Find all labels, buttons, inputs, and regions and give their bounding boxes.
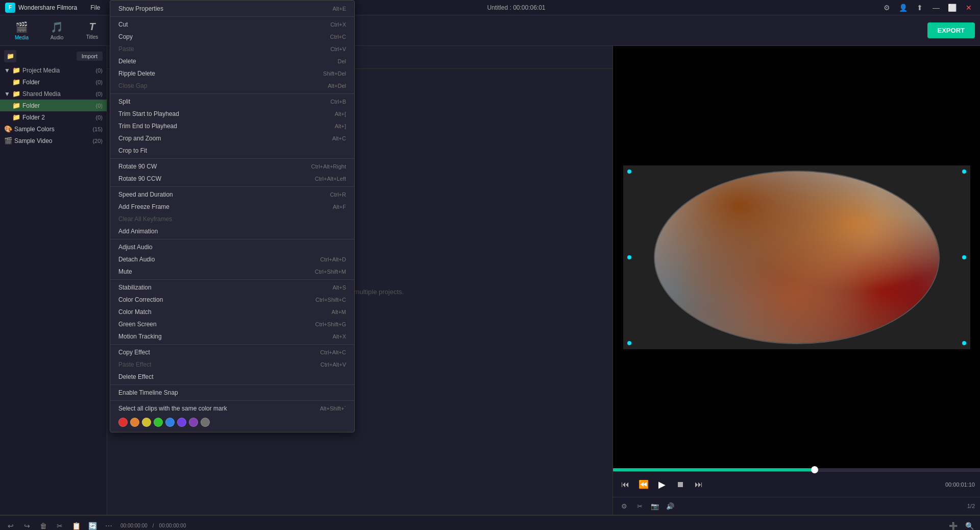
- handle-tl[interactable]: [627, 170, 631, 174]
- menu-file[interactable]: File: [85, 3, 105, 12]
- cut-button[interactable]: ✂: [53, 519, 66, 531]
- folder-item[interactable]: 📁 Folder (0): [0, 76, 107, 88]
- folder2-item[interactable]: 📁 Folder 2 (0): [0, 111, 107, 123]
- ctx-add-animation[interactable]: Add Animation: [110, 225, 354, 237]
- handle-mr[interactable]: [962, 255, 966, 259]
- ctx-copy-effect[interactable]: Copy Effect Ctrl+Alt+C: [110, 346, 354, 358]
- ctx-adjust-audio[interactable]: Adjust Audio: [110, 241, 354, 253]
- volume-icon[interactable]: 🔊: [664, 500, 676, 512]
- ctx-rotate-cw-label: Rotate 90 CW: [118, 163, 157, 170]
- copy-button[interactable]: 📋: [69, 519, 83, 531]
- ctx-crop-fit[interactable]: Crop to Fit: [110, 144, 354, 157]
- skip-forward-button[interactable]: ⏭: [692, 477, 706, 492]
- delete-button[interactable]: 🗑: [37, 519, 50, 531]
- color-mark-gray[interactable]: [201, 418, 210, 427]
- export-button[interactable]: EXPORT: [927, 22, 975, 38]
- settings-icon[interactable]: ⚙: [618, 500, 630, 512]
- tab-audio[interactable]: 🎵 Audio: [40, 17, 74, 44]
- ctx-delete[interactable]: Delete Del: [110, 55, 354, 67]
- add-track-button[interactable]: ➕: [946, 519, 960, 531]
- shared-media-section[interactable]: ▼ 📁 Shared Media (0): [0, 88, 107, 100]
- loop-button[interactable]: 🔄: [86, 519, 99, 531]
- color-marks-row: [110, 415, 354, 430]
- ctx-cut[interactable]: Cut Ctrl+X: [110, 18, 354, 31]
- media-icon: 🎬: [15, 21, 28, 33]
- color-mark-blue[interactable]: [165, 418, 175, 427]
- export-icon[interactable]: ⬆: [914, 2, 926, 14]
- ctx-detach-audio[interactable]: Detach Audio Ctrl+Alt+D: [110, 253, 354, 266]
- ctx-stabilization-shortcut: Alt+S: [332, 284, 346, 291]
- handle-br[interactable]: [962, 341, 966, 345]
- ctx-stabilization[interactable]: Stabilization Alt+S: [110, 281, 354, 294]
- more-button[interactable]: ⋯: [102, 519, 115, 531]
- account-icon[interactable]: 👤: [897, 2, 910, 14]
- ctx-paste-shortcut: Ctrl+V: [330, 46, 346, 52]
- color-mark-orange[interactable]: [130, 418, 139, 427]
- project-media-section[interactable]: ▼ 📁 Project Media (0): [0, 64, 107, 76]
- close-btn[interactable]: ✕: [963, 2, 975, 14]
- shared-folder-item[interactable]: 📁 Folder (0): [0, 100, 107, 111]
- play-button[interactable]: ▶: [655, 477, 669, 492]
- new-folder-btn[interactable]: 📁: [4, 50, 16, 62]
- undo-button[interactable]: ↩: [4, 519, 17, 531]
- crop-icon[interactable]: ✂: [633, 500, 646, 512]
- step-back-button[interactable]: ⏪: [636, 477, 651, 492]
- color-mark-purple[interactable]: [177, 418, 186, 427]
- ctx-show-properties[interactable]: Show Properties Alt+E: [110, 3, 354, 15]
- ctx-rotate-cw[interactable]: Rotate 90 CW Ctrl+Alt+Right: [110, 160, 354, 173]
- ctx-speed-duration[interactable]: Speed and Duration Ctrl+R: [110, 188, 354, 201]
- handle-bl[interactable]: [627, 341, 631, 345]
- ctx-freeze-frame-label: Add Freeze Frame: [118, 203, 169, 210]
- ctx-trim-start[interactable]: Trim Start to Playhead Alt+[: [110, 108, 354, 120]
- ctx-freeze-frame[interactable]: Add Freeze Frame Alt+F: [110, 201, 354, 213]
- ctx-close-gap[interactable]: Close Gap Alt+Del: [110, 80, 354, 92]
- ctx-select-same-color[interactable]: Select all clips with the same color mar…: [110, 402, 354, 415]
- ctx-rotate-ccw-shortcut: Ctrl+Alt+Left: [315, 176, 346, 182]
- ctx-paste[interactable]: Paste Ctrl+V: [110, 43, 354, 55]
- ctx-color-match[interactable]: Color Match Alt+M: [110, 306, 354, 318]
- color-mark-red[interactable]: [118, 418, 128, 427]
- color-mark-green[interactable]: [154, 418, 163, 427]
- ctx-delete-effect[interactable]: Delete Effect: [110, 371, 354, 383]
- import-button[interactable]: Import: [77, 52, 103, 61]
- sample-colors-label: Sample Colors: [14, 126, 90, 133]
- ctx-rotate-ccw[interactable]: Rotate 90 CCW Ctrl+Alt+Left: [110, 173, 354, 185]
- ctx-clear-keyframes[interactable]: Clear All Keyframes: [110, 213, 354, 225]
- handle-ml[interactable]: [627, 255, 631, 259]
- tab-audio-label: Audio: [51, 35, 64, 40]
- minimize-btn[interactable]: —: [930, 2, 942, 14]
- redo-button[interactable]: ↪: [20, 519, 34, 531]
- settings-icon[interactable]: ⚙: [881, 2, 893, 14]
- ctx-ripple-delete[interactable]: Ripple Delete Shift+Del: [110, 67, 354, 80]
- ctx-enable-timeline-snap[interactable]: Enable Timeline Snap: [110, 387, 354, 399]
- tab-titles[interactable]: T Titles: [76, 17, 109, 44]
- maximize-btn[interactable]: ⬜: [946, 2, 959, 14]
- sample-colors-item[interactable]: 🎨 Sample Colors (15): [0, 123, 107, 135]
- skip-back-button[interactable]: ⏮: [618, 477, 632, 492]
- ctx-color-correction[interactable]: Color Correction Ctrl+Shift+C: [110, 294, 354, 306]
- preview-timeline-bar[interactable]: [613, 468, 980, 471]
- chevron-down-icon: ▼: [4, 67, 10, 74]
- zoom-out-button[interactable]: 🔍: [963, 519, 976, 531]
- timeline-progress: [613, 468, 815, 471]
- handle-tr[interactable]: [962, 170, 966, 174]
- color-mark-dark-purple[interactable]: [189, 418, 198, 427]
- window-title: Untitled : 00:00:06:01: [487, 4, 545, 11]
- sample-video-item[interactable]: 🎬 Sample Video (20): [0, 135, 107, 147]
- stop-button[interactable]: ⏹: [673, 477, 688, 492]
- ctx-green-screen[interactable]: Green Screen Ctrl+Shift+G: [110, 318, 354, 330]
- ctx-motion-tracking[interactable]: Motion Tracking Alt+X: [110, 330, 354, 343]
- folder-icon: 📁: [12, 113, 20, 121]
- ctx-split[interactable]: Split Ctrl+B: [110, 95, 354, 108]
- ctx-trim-end[interactable]: Trim End to Playhead Alt+]: [110, 120, 354, 132]
- tab-media[interactable]: 🎬 Media: [5, 17, 38, 44]
- ctx-divider: [110, 384, 354, 385]
- ctx-mute[interactable]: Mute Ctrl+Shift+M: [110, 266, 354, 278]
- ctx-divider: [110, 186, 354, 187]
- snapshot-icon[interactable]: 📷: [649, 500, 661, 512]
- ctx-paste-effect[interactable]: Paste Effect Ctrl+Alt+V: [110, 358, 354, 371]
- ctx-copy[interactable]: Copy Ctrl+C: [110, 31, 354, 43]
- color-mark-yellow[interactable]: [142, 418, 151, 427]
- ctx-crop-zoom[interactable]: Crop and Zoom Alt+C: [110, 132, 354, 144]
- preview-controls: ⏮ ⏪ ▶ ⏹ ⏭ 00:00:01:10: [613, 471, 980, 497]
